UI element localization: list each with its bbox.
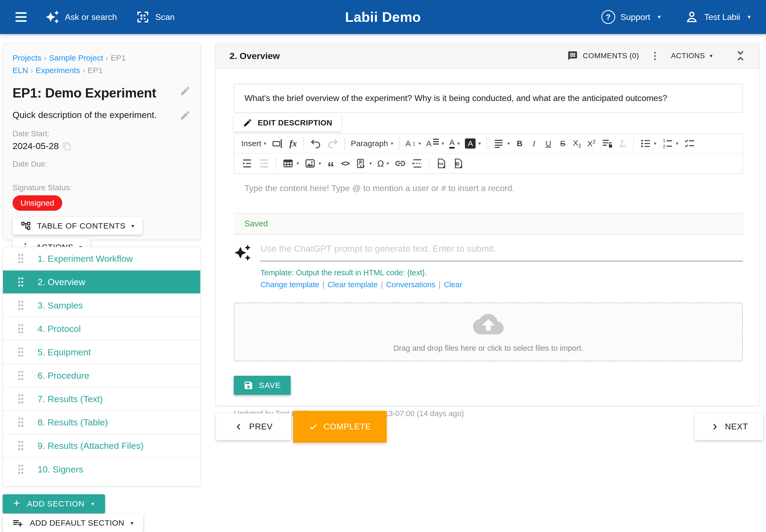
section-title: 2. Overview <box>230 51 280 61</box>
scan-button[interactable]: Scan <box>136 10 175 24</box>
page-break-button[interactable] <box>409 156 426 171</box>
svg-text:PDF: PDF <box>438 163 444 166</box>
section-question: What's the brief overview of the experim… <box>234 84 743 113</box>
collapse-section-button[interactable] <box>734 50 747 62</box>
navbar-left: Ask or search Scan <box>15 10 175 24</box>
indent-button[interactable] <box>239 156 256 171</box>
copy-icon[interactable] <box>62 142 71 151</box>
export-word-button[interactable]: W <box>450 156 467 171</box>
page: Ask or search Scan Labii Demo ? Support … <box>0 0 766 532</box>
underline-button[interactable]: U <box>541 136 555 151</box>
numbered-list-dropdown[interactable]: 12▾ <box>659 136 681 151</box>
clear-template-link[interactable]: Clear template <box>327 280 378 289</box>
clear-link[interactable]: Clear <box>444 280 462 289</box>
highlight-color-dropdown[interactable]: A▾ <box>462 136 483 151</box>
file-dropzone[interactable]: Drag and drop files here or click to sel… <box>234 302 743 361</box>
playlist-add-icon <box>12 517 23 529</box>
prev-button[interactable]: PREV <box>216 413 291 440</box>
save-button[interactable]: SAVE <box>234 376 291 395</box>
breadcrumb-link[interactable]: Experiments <box>36 66 80 75</box>
drag-handle-icon[interactable] <box>15 393 27 405</box>
bullet-list-dropdown[interactable]: ▾ <box>637 136 659 151</box>
breadcrumb-link[interactable]: ELN <box>12 66 28 75</box>
support-menu[interactable]: ? Support ▾ <box>602 10 661 24</box>
section-item-procedure[interactable]: 6. Procedure <box>3 364 200 387</box>
chevron-down-icon: ▾ <box>131 223 134 229</box>
paragraph-dropdown[interactable]: Paragraph▾ <box>348 136 396 151</box>
drag-handle-icon[interactable] <box>15 323 27 335</box>
align-dropdown[interactable]: ▾ <box>490 136 512 151</box>
special-character-dropdown[interactable]: Ω▾ <box>374 156 392 171</box>
section-item-signers[interactable]: 10. Signers <box>3 458 200 481</box>
dropzone-text: Drag and drop files here or click to sel… <box>393 344 583 353</box>
drag-handle-icon[interactable] <box>15 252 27 265</box>
insert-field-button[interactable] <box>269 136 286 151</box>
add-section-button[interactable]: + ADD SECTION ▾ <box>3 494 105 513</box>
drag-handle-icon[interactable] <box>15 346 27 358</box>
drag-handle-icon[interactable] <box>15 369 27 382</box>
drag-handle-icon[interactable] <box>15 440 27 452</box>
content-editor[interactable]: Type the content here! Type @ to mention… <box>234 174 743 213</box>
breadcrumb-link[interactable]: Sample Project <box>49 53 103 62</box>
redo-button[interactable] <box>324 136 341 151</box>
section-item-equipment[interactable]: 5. Equipment <box>3 341 200 364</box>
superscript-button[interactable]: X2 <box>584 136 599 151</box>
link-button[interactable] <box>392 156 409 171</box>
conversations-link[interactable]: Conversations <box>386 280 435 289</box>
bold-button[interactable]: B <box>512 136 527 151</box>
math-button[interactable]: fx <box>286 136 300 151</box>
complete-button[interactable]: COMPLETE <box>293 411 387 443</box>
font-size-dropdown[interactable]: A↕▾ <box>403 136 423 151</box>
comments-button[interactable]: COMMENTS (0) <box>563 50 643 61</box>
remove-format-button[interactable]: Tx <box>616 136 630 151</box>
font-family-dropdown[interactable]: A▾ <box>423 136 447 151</box>
section-actions-button[interactable]: ACTIONS ▾ <box>667 52 716 60</box>
svg-text:2: 2 <box>663 144 665 149</box>
lock-lines-button[interactable] <box>599 136 616 151</box>
edit-description-icon[interactable] <box>179 110 191 121</box>
insert-dropdown[interactable]: Insert▾ <box>239 136 269 151</box>
drag-handle-icon[interactable] <box>15 416 27 428</box>
blockquote-button[interactable]: “ <box>324 156 338 171</box>
italic-button[interactable]: I <box>527 136 541 151</box>
section-item-results-files[interactable]: 9. Results (Attached Files) <box>3 434 200 458</box>
section-item-experiment-workflow[interactable]: 1. Experiment Workflow <box>3 247 200 271</box>
section-item-results-text[interactable]: 7. Results (Text) <box>3 387 200 411</box>
breadcrumb-project: Projects›Sample Project›EP1 <box>12 52 191 64</box>
checklist-button[interactable] <box>681 136 698 151</box>
image-dropdown[interactable]: ▾ <box>302 156 324 171</box>
edit-title-icon[interactable] <box>179 85 191 96</box>
section-item-overview-active[interactable]: 2. Overview <box>3 271 200 294</box>
add-default-section-button[interactable]: ADD DEFAULT SECTION ▾ <box>3 514 143 532</box>
strikethrough-button[interactable]: S <box>555 136 570 151</box>
chatgpt-prompt-input[interactable]: Use the ChatGPT prompt to generate text.… <box>260 243 743 261</box>
actions-label: ACTIONS <box>671 52 705 60</box>
drag-handle-icon[interactable] <box>15 276 27 288</box>
font-color-dropdown[interactable]: A▾ <box>447 136 462 151</box>
inline-code-button[interactable]: <> <box>338 156 352 171</box>
user-menu[interactable]: Test Labii ▾ <box>685 10 751 24</box>
table-dropdown[interactable]: ▾ <box>280 156 302 171</box>
person-icon <box>685 10 699 24</box>
undo-button[interactable] <box>307 136 324 151</box>
section-item-samples[interactable]: 3. Samples <box>3 294 200 317</box>
section-item-results-table[interactable]: 8. Results (Table) <box>3 411 200 434</box>
code-block-dropdown[interactable]: ▾ <box>352 156 374 171</box>
edit-description-button[interactable]: EDIT DESCRIPTION <box>234 114 341 131</box>
change-template-link[interactable]: Change template <box>260 280 319 289</box>
ask-or-search-button[interactable]: Ask or search <box>45 10 117 24</box>
menu-icon[interactable] <box>15 12 27 22</box>
drag-handle-icon[interactable] <box>15 299 27 311</box>
export-pdf-button[interactable]: PDF <box>433 156 450 171</box>
user-label: Test Labii <box>704 12 740 22</box>
template-text: Template: Output the result in HTML code… <box>260 268 743 277</box>
kebab-icon[interactable]: ⋮ <box>650 51 660 61</box>
breadcrumb-link[interactable]: Projects <box>12 53 41 62</box>
next-button[interactable]: NEXT <box>695 413 763 440</box>
drag-handle-icon[interactable] <box>15 463 27 475</box>
table-of-contents-button[interactable]: TABLE OF CONTENTS ▾ <box>12 217 142 235</box>
outdent-button[interactable] <box>256 156 273 171</box>
section-item-protocol[interactable]: 4. Protocol <box>3 317 200 341</box>
subscript-button[interactable]: X2 <box>570 136 584 151</box>
template-links: Change template|Clear template|Conversat… <box>260 280 743 289</box>
